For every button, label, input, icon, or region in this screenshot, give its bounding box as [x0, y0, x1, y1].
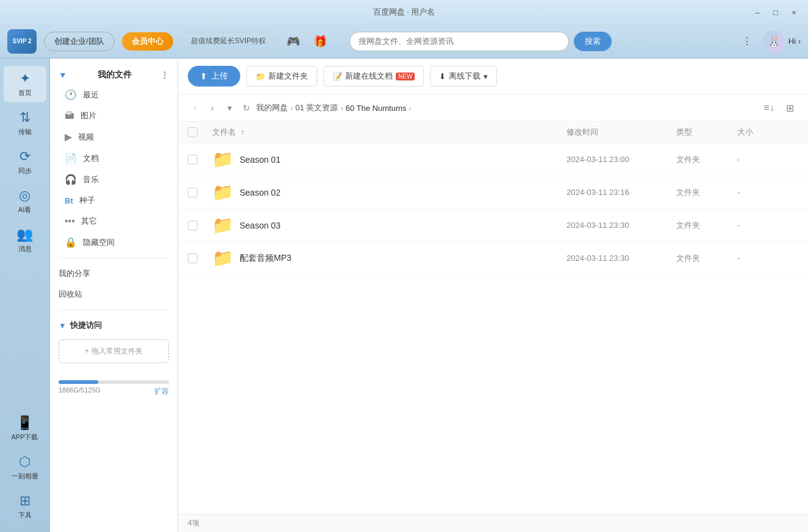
sidebar-item-ai[interactable]: ◎ AI看	[4, 183, 46, 219]
file-name: 配套音频MP3	[240, 253, 291, 264]
breadcrumb: ‹ › ▾ ↻ 我的网盘 › 01 英文资源 › 60 The Numtums …	[178, 94, 808, 122]
create-team-button[interactable]: 创建企业/团队	[44, 32, 115, 51]
sidebar-item-bt[interactable]: Bt 种子	[50, 190, 177, 211]
hidden-icon: 🔒	[65, 236, 77, 248]
breadcrumb-root[interactable]: 我的网盘	[256, 102, 288, 113]
sidebar-item-message[interactable]: 👥 消息	[4, 222, 46, 258]
more-options-icon[interactable]: ⋮	[738, 33, 756, 50]
divider-2	[59, 310, 169, 310]
row-checkbox[interactable]	[188, 254, 212, 263]
minimize-button[interactable]: –	[751, 5, 764, 19]
storage-used-label: 1866G/5125G	[59, 386, 101, 397]
upload-button[interactable]: ⬆ 上传	[188, 66, 240, 87]
toolbar: ⬆ 上传 📁 新建文件夹 📝 新建在线文档 NEW ⬇ 离线下载 ▾	[178, 59, 808, 94]
sort-button[interactable]: ≡↓	[760, 99, 778, 116]
table-row[interactable]: 📁 Season 03 2024-03-11 23:30 文件夹 -	[178, 209, 808, 242]
new-folder-button[interactable]: 📁 新建文件夹	[246, 66, 317, 87]
recycle-link[interactable]: 回收站	[50, 284, 177, 305]
message-icon: 👥	[16, 227, 33, 243]
file-checkbox-2[interactable]	[188, 221, 198, 230]
file-list-header: 文件名 ↑ 修改时间 类型 大小	[178, 122, 808, 143]
sidebar-item-sync[interactable]: ⟳ 同步	[4, 144, 46, 180]
my-share-link[interactable]: 我的分享	[50, 263, 177, 284]
user-area[interactable]: 🐰 Hi ›	[763, 30, 801, 52]
sidebar-item-photos[interactable]: 🏔 图片	[50, 105, 177, 126]
transfer-label: 传输	[18, 127, 32, 137]
my-files-header[interactable]: ▼ 我的文件 ⋮	[50, 66, 177, 84]
bc-sep-1: ›	[290, 104, 293, 113]
gift-icon[interactable]: 🎁	[310, 32, 330, 51]
ai-label: AI看	[18, 205, 31, 215]
breadcrumb-english[interactable]: 01 英文资源	[295, 102, 338, 113]
file-size: -	[737, 155, 798, 164]
sidebar-item-video[interactable]: ▶ 视频	[50, 126, 177, 147]
recent-icon: 🕐	[65, 89, 77, 101]
quick-access-header[interactable]: ▼ 快捷访问	[50, 315, 177, 336]
message-label: 消息	[18, 244, 32, 254]
file-name-cell: 📁 Season 01	[212, 149, 567, 169]
sidebar-item-home[interactable]: ✦ 首页	[4, 66, 46, 102]
transfer-icon: ⇅	[20, 110, 30, 126]
game-icon[interactable]: 🎮	[284, 32, 303, 51]
back-button[interactable]: ‹	[188, 101, 202, 115]
offline-download-button[interactable]: ⬇ 离线下载 ▾	[430, 66, 497, 87]
sidebar-item-recent[interactable]: 🕐 最近	[50, 84, 177, 105]
sidebar-item-other[interactable]: ••• 其它	[50, 211, 177, 232]
sidebar-item-music[interactable]: 🎧 音乐	[50, 169, 177, 190]
header-checkbox[interactable]	[188, 127, 212, 137]
file-checkbox-3[interactable]	[188, 254, 198, 263]
user-hi-label: Hi ›	[788, 37, 801, 46]
grid-view-button[interactable]: ⊞	[781, 99, 798, 116]
forward-button[interactable]: ›	[205, 101, 220, 115]
search-button[interactable]: 搜索	[574, 32, 612, 51]
photos-label: 图片	[80, 110, 96, 121]
recent-label: 最近	[83, 90, 99, 101]
vip-center-button[interactable]: 会员中心	[122, 32, 173, 51]
sidebar-item-hidden[interactable]: 🔒 隐藏空间	[50, 232, 177, 253]
avatar: 🐰	[763, 30, 785, 52]
sidebar-item-tools[interactable]: ⊞ 下具	[4, 488, 46, 525]
bc-sep-3: ›	[409, 104, 411, 113]
folder-icon: 📁	[212, 149, 234, 169]
row-checkbox[interactable]	[188, 221, 212, 230]
row-checkbox[interactable]	[188, 155, 212, 165]
search-area: 搜索	[349, 32, 731, 51]
file-checkbox-0[interactable]	[188, 155, 198, 165]
table-row[interactable]: 📁 Season 02 2024-03-11 23:16 文件夹 -	[178, 176, 808, 209]
sort-name-icon[interactable]: ↑	[241, 127, 245, 137]
tools-icon: ⊞	[20, 493, 30, 509]
view-controls: ≡↓ ⊞	[760, 99, 798, 116]
dropdown-button[interactable]: ▾	[222, 101, 237, 115]
quick-access-label: 快捷访问	[70, 320, 102, 331]
table-row[interactable]: 📁 配套音频MP3 2024-03-11 23:30 文件夹 -	[178, 242, 808, 275]
sidebar-item-transfer[interactable]: ⇅ 传输	[4, 105, 46, 141]
close-button[interactable]: ×	[787, 5, 801, 19]
file-size: -	[737, 221, 798, 230]
sidebar-item-album[interactable]: ⬡ 一刻相册	[4, 449, 46, 486]
file-name-cell: 📁 Season 03	[212, 215, 567, 235]
sidebar: ▼ 我的文件 ⋮ 🕐 最近 🏔 图片 ▶ 视频 📄 文档 🎧	[50, 59, 178, 532]
table-row[interactable]: 📁 Season 01 2024-03-11 23:00 文件夹 -	[178, 143, 808, 176]
sync-label: 同步	[18, 166, 32, 176]
new-badge: NEW	[396, 73, 415, 80]
header-date: 修改时间	[567, 127, 676, 138]
sidebar-item-docs[interactable]: 📄 文档	[50, 147, 177, 169]
select-all-checkbox[interactable]	[188, 127, 198, 137]
drop-zone[interactable]: + 拖入常用文件夹	[59, 339, 169, 363]
svip-button[interactable]: 超值续费延长SVIP特权	[181, 32, 276, 51]
file-checkbox-1[interactable]	[188, 188, 198, 197]
file-name: Season 03	[240, 221, 281, 230]
refresh-button[interactable]: ↻	[239, 101, 254, 115]
left-icon-bar: ✦ 首页 ⇅ 传输 ⟳ 同步 ◎ AI看 👥 消息 📱 APP下载	[0, 59, 50, 532]
row-checkbox[interactable]	[188, 188, 212, 197]
storage-expand-button[interactable]: 扩容	[154, 386, 169, 397]
file-list: 📁 Season 01 2024-03-11 23:00 文件夹 - 📁 Sea…	[178, 143, 808, 514]
search-input[interactable]	[349, 32, 569, 51]
header-name: 文件名 ↑	[212, 127, 567, 138]
sidebar-item-app[interactable]: 📱 APP下载	[4, 410, 46, 447]
new-doc-button[interactable]: 📝 新建在线文档 NEW	[323, 66, 424, 87]
maximize-button[interactable]: □	[769, 5, 782, 19]
music-label: 音乐	[83, 174, 99, 185]
sidebar-more-icon[interactable]: ⋮	[160, 70, 169, 80]
file-type: 文件夹	[676, 253, 737, 264]
